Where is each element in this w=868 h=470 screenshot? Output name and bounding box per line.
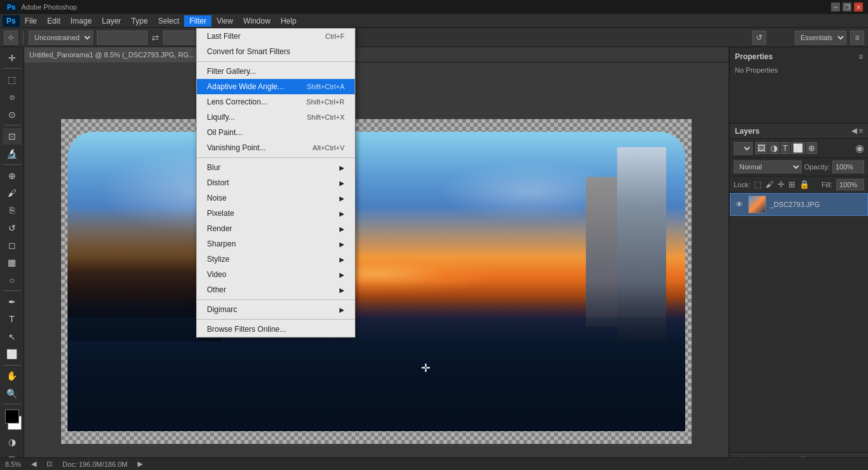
- filter-gallery[interactable]: Filter Gallery...: [197, 64, 355, 79]
- menu-layer[interactable]: Layer: [97, 15, 126, 27]
- restore-button[interactable]: ❐: [843, 3, 851, 11]
- lock-artboard-icon[interactable]: ⊞: [788, 180, 795, 189]
- layer-adj-filter[interactable]: ◑: [769, 142, 779, 154]
- tool-move[interactable]: ✛: [3, 50, 22, 66]
- quick-mask-btn[interactable]: ◑: [3, 434, 22, 450]
- filter-video[interactable]: Video ▶: [197, 267, 355, 282]
- tool-eraser[interactable]: ◻: [3, 237, 22, 253]
- layer-icon-filter[interactable]: 🖼: [755, 142, 767, 154]
- filter-noise[interactable]: Noise ▶: [197, 190, 355, 206]
- menu-filter[interactable]: Filter: [184, 15, 211, 27]
- canvas-content: ✛: [24, 78, 728, 470]
- filter-other[interactable]: Other ▶: [197, 282, 355, 297]
- filter-lens-correction[interactable]: Lens Correction... Shift+Ctrl+R: [197, 94, 355, 110]
- opacity-input[interactable]: 100%: [832, 160, 864, 173]
- filter-blur[interactable]: Blur ▶: [197, 160, 355, 175]
- tool-crop[interactable]: ⊡: [3, 128, 22, 144]
- fill-input[interactable]: 100%: [836, 179, 864, 190]
- tool-path-select[interactable]: ↖: [3, 329, 22, 345]
- layers-empty-area: [730, 216, 868, 452]
- status-doc-info-icon[interactable]: ⊡: [46, 460, 52, 468]
- layers-panel-header: Layers ◀ ≡: [730, 124, 868, 139]
- window-controls[interactable]: ─ ❐ ✕: [831, 3, 863, 11]
- filter-browse-online[interactable]: Browse Filters Online...: [197, 322, 355, 337]
- tool-zoom[interactable]: 🔍: [3, 385, 22, 401]
- lock-paint-icon[interactable]: 🖌: [765, 180, 774, 189]
- minimize-button[interactable]: ─: [831, 3, 840, 11]
- layer-thumbnail: [748, 196, 766, 213]
- menu-image[interactable]: Image: [66, 15, 97, 27]
- ps-logo: Ps: [5, 3, 17, 11]
- tool-options-icon[interactable]: ⊹: [4, 31, 18, 45]
- filter-convert-smart[interactable]: Convert for Smart Filters: [197, 44, 355, 59]
- tool-clone[interactable]: ⎘: [3, 203, 22, 218]
- close-button[interactable]: ✕: [854, 3, 863, 11]
- blend-mode-select[interactable]: Normal: [734, 160, 802, 173]
- lock-all-icon[interactable]: 🔒: [799, 180, 809, 189]
- tool-healing[interactable]: ⊕: [3, 167, 22, 183]
- filter-oil-paint[interactable]: Oil Paint...: [197, 125, 355, 140]
- tool-type[interactable]: T: [3, 311, 22, 327]
- tool-quick-select[interactable]: ⊙: [3, 106, 22, 122]
- undo-icon[interactable]: ↺: [752, 31, 766, 45]
- layer-filter-icons: 🖼 ◑ T ⬜ ⊕: [755, 142, 817, 154]
- menu-view[interactable]: View: [211, 15, 238, 27]
- tool-divider-5: [3, 365, 21, 366]
- filter-stylize[interactable]: Stylize ▶: [197, 252, 355, 267]
- tool-marquee[interactable]: ⬚: [3, 71, 22, 87]
- filter-render[interactable]: Render ▶: [197, 221, 355, 236]
- workspace-select[interactable]: Essentials: [795, 31, 846, 45]
- tool-lasso[interactable]: ⌾: [3, 89, 22, 105]
- layer-visibility-icon[interactable]: 👁: [734, 199, 744, 210]
- lock-transparency-icon[interactable]: ⬚: [754, 180, 762, 189]
- filter-sharpen[interactable]: Sharpen ▶: [197, 236, 355, 252]
- tool-dodge[interactable]: ○: [3, 272, 22, 288]
- canvas-tab-1[interactable]: Untitled_Panorama1 @ 8.5% (_DSC2793.JPG,…: [24, 47, 210, 62]
- foreground-color-swatch[interactable]: [5, 409, 19, 424]
- ratio-input[interactable]: [97, 31, 148, 45]
- layers-collapse-icon[interactable]: ◀: [851, 127, 857, 135]
- titlebar: Ps Adobe Photoshop ─ ❐ ✕: [0, 0, 868, 14]
- layer-toggle-btn[interactable]: ◉: [855, 142, 864, 154]
- filter-liquify[interactable]: Liquify... Shift+Ctrl+X: [197, 110, 355, 125]
- layer-smart-filter[interactable]: ⊕: [806, 142, 817, 154]
- layer-kind-select[interactable]: ⊞: [734, 142, 753, 155]
- filter-adaptive-wide-angle[interactable]: Adaptive Wide Angle... Shift+Ctrl+A: [197, 79, 355, 94]
- tool-history-brush[interactable]: ↺: [3, 220, 22, 236]
- tool-hand[interactable]: ✋: [3, 368, 22, 384]
- layers-menu-icon[interactable]: ≡: [859, 127, 863, 135]
- city-overlay: [68, 281, 685, 431]
- menu-select[interactable]: Select: [153, 15, 184, 27]
- workspace-icon[interactable]: ≡: [850, 31, 864, 45]
- menu-help[interactable]: Help: [276, 15, 302, 27]
- filter-last-filter[interactable]: Last Filter Ctrl+F: [197, 29, 355, 44]
- constraint-select[interactable]: Unconstrained: [29, 31, 93, 45]
- status-arrow-right[interactable]: ▶: [138, 460, 143, 468]
- swap-icon[interactable]: ⇄: [152, 32, 159, 43]
- statusbar: 8.5% ◀ ⊡ Doc: 196.0M/186.0M ▶: [0, 457, 868, 470]
- menu-type[interactable]: Type: [126, 15, 153, 27]
- menu-edit[interactable]: Edit: [42, 15, 66, 27]
- menu-file[interactable]: File: [20, 15, 42, 27]
- filter-digimarc[interactable]: Digimarc ▶: [197, 302, 355, 317]
- filter-vanishing-point[interactable]: Vanishing Point... Alt+Ctrl+V: [197, 140, 355, 155]
- layers-header-icons: ◀ ≡: [851, 127, 863, 135]
- canvas-area: ✛: [24, 62, 728, 470]
- lock-label: Lock:: [734, 181, 750, 189]
- tool-eyedropper[interactable]: 🔬: [3, 146, 22, 162]
- lock-move-icon[interactable]: ✛: [778, 180, 785, 189]
- menu-window[interactable]: Window: [238, 15, 276, 27]
- layer-item-dsc2793[interactable]: 👁 _DSC2793.JPG: [730, 193, 868, 216]
- tool-pen[interactable]: ✒: [3, 294, 22, 310]
- status-arrow-left[interactable]: ◀: [31, 460, 36, 468]
- menu-ps[interactable]: Ps: [3, 15, 20, 27]
- tool-divider-3: [3, 164, 21, 165]
- layer-shape-filter[interactable]: ⬜: [791, 142, 805, 154]
- filter-pixelate[interactable]: Pixelate ▶: [197, 206, 355, 221]
- filter-distort[interactable]: Distort ▶: [197, 175, 355, 190]
- tool-gradient[interactable]: ▦: [3, 255, 22, 271]
- layer-type-filter[interactable]: T: [781, 142, 790, 154]
- tool-brush[interactable]: 🖌: [3, 185, 22, 201]
- properties-menu-icon[interactable]: ≡: [858, 52, 863, 61]
- tool-shape[interactable]: ⬜: [3, 346, 22, 362]
